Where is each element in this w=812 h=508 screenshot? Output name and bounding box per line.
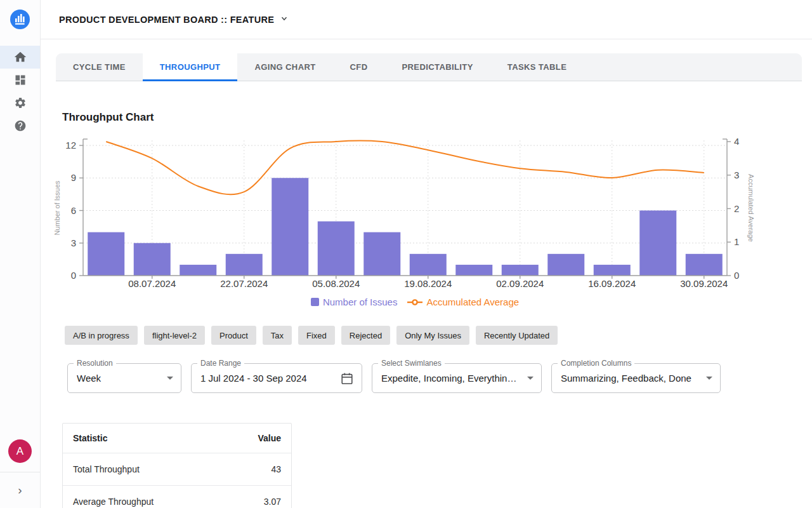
field-resolution[interactable]: ResolutionWeek	[67, 363, 181, 393]
bar-number-of-issues[interactable]	[639, 211, 676, 276]
table-header-row: Statistic Value	[63, 424, 291, 453]
bar-number-of-issues[interactable]	[547, 254, 584, 276]
field-value: 1 Jul 2024 - 30 Sep 2024	[200, 373, 340, 384]
board-title: PRODUCT DEVELOPMENT BOARD :: FEATURE	[59, 15, 274, 25]
bar-number-of-issues[interactable]	[180, 265, 216, 276]
sidebar-item-settings[interactable]	[0, 91, 40, 114]
main-area: PRODUCT DEVELOPMENT BOARD :: FEATURE CYC…	[41, 0, 812, 508]
x-axis-tick-label: 08.07.2024	[128, 278, 176, 289]
y-axis-right-tick-label: 1	[734, 236, 739, 247]
legend-item-number-of-issues[interactable]: Number of Issues	[311, 297, 398, 307]
field-select-swimlanes[interactable]: Select SwimlanesExpedite, Incoming, Ever…	[372, 363, 542, 393]
legend-item-accumulated-average[interactable]: Accumulated Average	[407, 297, 519, 307]
help-icon	[14, 119, 27, 132]
chip-a-b-in-progress[interactable]: A/B in progress	[65, 326, 138, 345]
x-axis-tick-label: 22.07.2024	[220, 278, 268, 289]
y-axis-right-tick-label: 4	[734, 136, 739, 147]
legend-label: Accumulated Average	[426, 297, 519, 307]
bar-number-of-issues[interactable]	[594, 265, 631, 276]
legend-square-swatch-icon	[311, 298, 319, 306]
sidebar-nav	[0, 46, 40, 137]
x-axis-tick-label: 19.08.2024	[404, 278, 452, 289]
table-row: Average Throughput3.07	[63, 486, 291, 508]
x-axis-tick-label: 16.09.2024	[588, 278, 636, 289]
x-axis-tick-label: 05.08.2024	[312, 278, 360, 289]
tab-predictability[interactable]: PREDICTABILITY	[385, 53, 490, 81]
field-label: Select Swimlanes	[378, 359, 445, 368]
bar-number-of-issues[interactable]	[502, 265, 539, 276]
page-title: Throughput Chart	[62, 111, 812, 124]
table-header-value: Value	[223, 424, 291, 453]
legend-label: Number of Issues	[323, 297, 398, 307]
chip-fixed[interactable]: Fixed	[298, 326, 335, 345]
settings-gear-icon	[14, 97, 27, 109]
bar-number-of-issues[interactable]	[410, 254, 447, 276]
field-label: Date Range	[197, 359, 244, 368]
y-axis-left-title: Number of Issues	[53, 180, 61, 236]
sidebar-footer: A ›	[0, 439, 40, 508]
x-axis-tick-label: 30.09.2024	[680, 278, 728, 289]
filters-row: ResolutionWeekDate Range1 Jul 2024 - 30 …	[67, 363, 812, 393]
sidebar-item-dashboard[interactable]	[0, 69, 40, 91]
bar-number-of-issues[interactable]	[272, 178, 308, 276]
calendar-icon[interactable]	[340, 371, 354, 385]
y-axis-right-tick-label: 0	[734, 270, 739, 281]
accumulated-average-line	[106, 140, 704, 194]
table-body: Total Throughput43Average Throughput3.07	[63, 453, 291, 508]
field-value: Summarizing, Feedback, Done	[561, 373, 700, 384]
sidebar-item-help[interactable]	[0, 114, 40, 137]
content: Throughput Chart 0369120123408.07.202422…	[41, 81, 812, 508]
sidebar-expand-button[interactable]: ›	[0, 472, 40, 508]
stat-name-cell: Total Throughput	[63, 453, 223, 486]
chart-wrap: 0369120123408.07.202422.07.202405.08.202…	[41, 134, 812, 293]
chart-legend: Number of IssuesAccumulated Average	[41, 297, 789, 307]
y-axis-left-tick-label: 6	[71, 205, 76, 216]
bar-number-of-issues[interactable]	[88, 232, 124, 276]
dropdown-arrow-icon	[527, 377, 534, 380]
app-logo-bar-chart-icon	[10, 10, 30, 29]
x-axis-tick-label: 02.09.2024	[496, 278, 544, 289]
statistics-table: Statistic Value Total Throughput43Averag…	[62, 423, 292, 508]
bar-number-of-issues[interactable]	[686, 254, 723, 276]
y-axis-right-tick-label: 3	[734, 170, 739, 180]
y-axis-left-tick-label: 9	[71, 172, 76, 183]
stat-name-cell: Average Throughput	[63, 486, 223, 508]
chip-rejected[interactable]: Rejected	[341, 326, 390, 345]
tab-cfd[interactable]: CFD	[333, 53, 385, 81]
field-label: Completion Columns	[558, 359, 634, 368]
legend-line-dot-swatch-icon	[407, 298, 422, 306]
bar-number-of-issues[interactable]	[318, 222, 355, 276]
y-axis-left-tick-label: 12	[65, 140, 76, 150]
chip-product[interactable]: Product	[211, 326, 256, 345]
chip-flight-level-2[interactable]: flight-level-2	[144, 326, 205, 345]
field-completion-columns[interactable]: Completion ColumnsSummarizing, Feedback,…	[551, 363, 721, 393]
field-date-range[interactable]: Date Range1 Jul 2024 - 30 Sep 2024	[191, 363, 362, 393]
tab-throughput[interactable]: THROUGHPUT	[143, 53, 238, 81]
sidebar-item-home[interactable]	[0, 46, 40, 69]
dashboard-icon	[14, 74, 27, 86]
chip-only-my-issues[interactable]: Only My Issues	[396, 326, 469, 345]
avatar[interactable]: A	[8, 439, 32, 463]
chip-tax[interactable]: Tax	[263, 326, 292, 345]
bar-number-of-issues[interactable]	[226, 254, 263, 276]
board-selector[interactable]: PRODUCT DEVELOPMENT BOARD :: FEATURE	[59, 14, 289, 25]
y-axis-left-tick-label: 3	[71, 237, 76, 248]
topbar: PRODUCT DEVELOPMENT BOARD :: FEATURE	[41, 0, 812, 39]
dropdown-arrow-icon	[706, 377, 712, 380]
tab-aging-chart[interactable]: AGING CHART	[237, 53, 332, 81]
tab-tasks-table[interactable]: TASKS TABLE	[490, 53, 584, 81]
field-value: Expedite, Incoming, Everything El...	[381, 373, 521, 384]
bar-number-of-issues[interactable]	[363, 232, 400, 276]
y-axis-left-tick-label: 0	[71, 270, 76, 281]
chip-recently-updated[interactable]: Recently Updated	[476, 326, 558, 345]
sidebar: A ›	[0, 0, 41, 508]
bar-number-of-issues[interactable]	[134, 243, 171, 276]
tab-cycle-time[interactable]: CYCLE TIME	[56, 53, 143, 81]
throughput-chart[interactable]: 0369120123408.07.202422.07.202405.08.202…	[41, 134, 789, 293]
field-label: Resolution	[74, 359, 116, 368]
stat-value-cell: 43	[223, 453, 291, 486]
table-header-statistic: Statistic	[63, 424, 223, 453]
field-value: Week	[77, 373, 160, 384]
chevron-down-icon	[280, 14, 289, 25]
bar-number-of-issues[interactable]	[455, 265, 492, 276]
